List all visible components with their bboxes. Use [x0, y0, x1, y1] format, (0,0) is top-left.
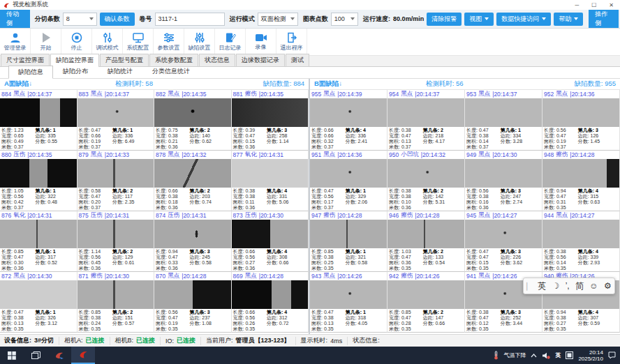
volume-icon[interactable] [542, 352, 550, 359]
defect-cell[interactable]: 879 黑点 |20:14:33 长度: 0.58 宽度: 0.47 面积: 0… [78, 151, 155, 211]
defect-cell[interactable]: 870 黑点 |20:14:28 长度: 0.56 宽度: 0.47 面积: 0… [154, 272, 232, 333]
simplified-toggle[interactable]: 简 [575, 280, 584, 292]
defect-image[interactable] [310, 280, 387, 309]
operator-side-button[interactable]: 操作侧 [589, 10, 619, 28]
weather-text[interactable]: 气温下降 [503, 351, 526, 359]
taskbar-app-2-active[interactable] [71, 347, 95, 364]
defect-cell[interactable]: 876 氧化 |20:14:31 长度: 0.85 宽度: 0.47 面积: 0… [0, 211, 78, 272]
system-config-button[interactable]: 系统配置 [123, 29, 154, 55]
notification-center-icon[interactable] [608, 351, 616, 359]
emoji-icon[interactable]: ☺ [589, 281, 598, 291]
defect-cell[interactable]: 869 黑点 |20:14:28 长度: 0.66 宽度: 0.56 面积: 0… [232, 272, 309, 333]
defect-image[interactable] [465, 220, 542, 248]
defect-image[interactable] [465, 159, 542, 188]
tab-defect-info[interactable]: 缺陷信息 [8, 66, 53, 79]
confirm-count-button[interactable]: 确认条数 [100, 13, 135, 26]
defect-image[interactable] [232, 159, 309, 188]
moon-icon[interactable]: ☽ [552, 281, 560, 291]
ime-lang-toggle[interactable]: 英 [538, 280, 546, 292]
defect-image[interactable] [78, 280, 154, 309]
defect-image[interactable] [542, 220, 619, 248]
tab-test[interactable]: 测试 [286, 54, 309, 66]
minimize-button[interactable]: ─ [575, 2, 579, 8]
defect-settings-button[interactable]: 缺陷设置 [184, 29, 215, 55]
defect-image[interactable] [154, 98, 231, 127]
defect-cell[interactable]: 880 压伤 |20:14:35 长度: 1.05 宽度: 0.56 面积: 0… [0, 151, 78, 211]
panel-a-title[interactable]: A面缺陷↓ [4, 79, 32, 89]
defect-image[interactable] [232, 220, 309, 248]
taskbar-app-1[interactable] [47, 347, 71, 364]
roll-number-input[interactable]: 3117-1 [155, 13, 225, 26]
parameter-settings-button[interactable]: 参数设置 [154, 29, 184, 55]
close-button[interactable]: ✕ [609, 2, 614, 8]
defect-cell[interactable]: 949 黑点 |20:14:30 长度: 0.56 宽度: 0.38 面积: 0… [465, 151, 542, 211]
stop-button[interactable]: 停止 [61, 29, 92, 55]
defect-cell[interactable]: 952 黑点 |20:14:36 长度: 0.56 宽度: 0.47 面积: 0… [542, 90, 620, 151]
defect-cell[interactable]: 953 黑点 |20:14:37 长度: 0.47 宽度: 0.38 面积: 0… [465, 90, 542, 151]
start-menu-button[interactable] [0, 347, 24, 364]
defect-image[interactable] [154, 220, 231, 248]
defect-image[interactable] [0, 159, 77, 188]
tab-edge-data-record[interactable]: 边缘数据记录 [236, 54, 285, 66]
chart-points-select[interactable]: 100 [331, 13, 358, 26]
tab-status-info[interactable]: 状态信息 [199, 54, 235, 66]
defect-image[interactable] [0, 220, 77, 248]
log-record-button[interactable]: 日志记录 [215, 29, 246, 55]
tab-defect-statistics[interactable]: 缺陷统计 [98, 65, 142, 78]
slit-count-select[interactable]: 8 [63, 13, 97, 26]
ime-drag-handle[interactable]: ▏ [526, 282, 532, 290]
defect-image[interactable] [78, 220, 154, 248]
view-menu-button[interactable]: 视图 [464, 13, 494, 26]
defect-cell[interactable]: 955 黑点 |20:14:39 长度: 0.66 宽度: 0.66 面积: 0… [310, 90, 388, 151]
taskbar-lang-indicator[interactable]: 英 [555, 351, 561, 359]
defect-image[interactable] [542, 98, 619, 127]
start-button[interactable]: 开始 [31, 29, 61, 55]
tab-size-monitor[interactable]: 尺寸监控界面 [1, 54, 50, 66]
defect-image[interactable] [465, 98, 542, 127]
admin-login-button[interactable]: 管理登录 [0, 29, 31, 55]
defect-image[interactable] [310, 220, 387, 248]
defect-image[interactable] [542, 159, 619, 188]
punctuation-toggle[interactable]: ’, [566, 281, 570, 291]
data-quick-access-menu-button[interactable]: 数据快捷访问 [496, 13, 551, 26]
defect-cell[interactable]: 871 擦伤 |20:14:30 长度: 0.85 宽度: 0.38 面积: 0… [78, 272, 155, 333]
tab-defect-monitor[interactable]: 缺陷监控界面 [50, 54, 99, 67]
defect-cell[interactable]: 942 擦伤 |20:14:26 长度: 0.85 宽度: 0.47 面积: 0… [388, 272, 465, 333]
defect-cell[interactable]: 874 压伤 |20:14:31 长度: 0.94 宽度: 0.47 面积: 0… [154, 211, 232, 272]
defect-image[interactable] [154, 280, 231, 309]
ime-indicator-icon[interactable] [566, 351, 573, 359]
defect-cell[interactable]: 943 黑点 |20:14:26 长度: 0.47 宽度: 0.38 面积: 0… [310, 272, 388, 333]
defect-cell[interactable]: 945 黑点 |20:14:27 长度: 0.47 宽度: 0.47 面积: 0… [465, 211, 542, 272]
defect-cell[interactable]: 878 黑点 |20:14:32 长度: 0.66 宽度: 0.38 面积: 0… [154, 151, 232, 211]
defect-image[interactable] [78, 159, 154, 188]
defect-image[interactable] [388, 98, 464, 127]
tray-expand-icon[interactable] [531, 354, 537, 358]
run-mode-select[interactable]: 双面检测 [258, 13, 298, 26]
panel-b-title[interactable]: B面缺陷↓ [314, 79, 342, 89]
defect-image[interactable] [388, 280, 464, 309]
clear-alarm-button[interactable]: 清除报警 [427, 13, 462, 26]
defect-cell[interactable]: 948 擦伤 |20:14:28 长度: 0.94 宽度: 0.47 面积: 0… [542, 151, 620, 211]
help-menu-button[interactable]: 帮助 [554, 13, 583, 26]
defect-image[interactable] [0, 98, 77, 127]
defect-cell[interactable]: 954 黑点 |20:14:37 长度: 0.38 宽度: 0.47 面积: 0… [388, 90, 465, 151]
exit-program-button[interactable]: 退出程序 [276, 29, 307, 55]
defect-image[interactable] [310, 159, 387, 188]
defect-cell[interactable]: 883 黑点 |20:14:37 长度: 0.47 宽度: 0.66 面积: 0… [78, 90, 155, 151]
defect-image[interactable] [0, 280, 77, 309]
defect-cell[interactable]: 877 氧化 |20:14:31 长度: 0.38 宽度: 0.38 面积: 0… [232, 151, 309, 211]
gear-icon[interactable]: ⚙ [604, 281, 612, 291]
defect-image[interactable] [154, 159, 231, 188]
tab-class-info-statistics[interactable]: 分类信息统计 [142, 65, 200, 78]
defect-image[interactable] [78, 98, 154, 127]
defect-cell[interactable]: 950 小凹坑 |20:14:32 长度: 0.38 宽度: 0.38 面积: … [388, 151, 465, 211]
defect-cell[interactable]: 947 擦伤 |20:14:28 长度: 0.85 宽度: 0.38 面积: 0… [310, 211, 388, 272]
defect-image[interactable] [388, 220, 464, 248]
defect-cell[interactable]: 884 黑点 |20:14:37 长度: 1.23 宽度: 0.65 面积: 0… [0, 90, 78, 151]
recording-button[interactable]: 录像 [246, 29, 276, 55]
defect-cell[interactable]: 872 黑点 |20:14:30 长度: 0.47 宽度: 0.38 面积: 0… [0, 272, 78, 333]
defect-cell[interactable]: 881 擦伤 |20:14:35 长度: 0.39 宽度: 0.47 面积: 0… [232, 90, 309, 151]
defect-image[interactable] [232, 98, 309, 127]
task-view-button[interactable] [24, 347, 47, 364]
defect-cell[interactable]: 873 压伤 |20:14:30 长度: 0.66 宽度: 0.56 面积: 0… [232, 211, 309, 272]
